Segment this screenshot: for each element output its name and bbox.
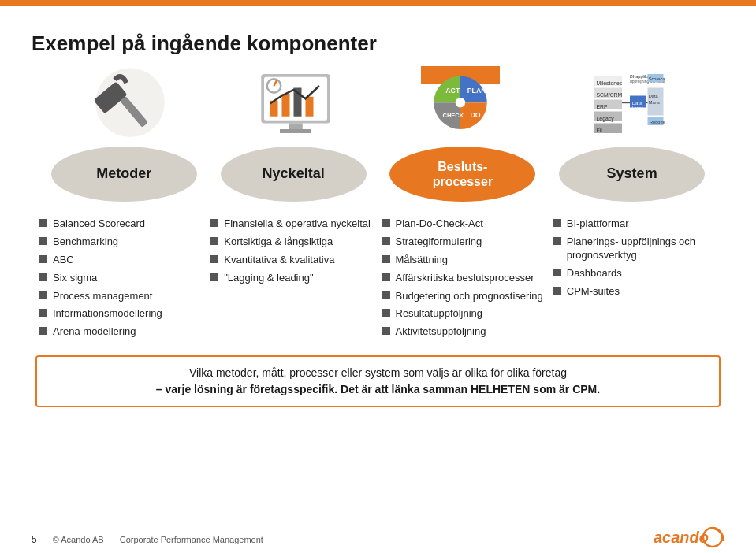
bullet-icon <box>553 269 561 276</box>
list-item: ABC <box>39 254 203 267</box>
svg-text:ACT: ACT <box>446 87 461 95</box>
pdca-icon: ACT PLAN CHECK DO <box>421 72 500 135</box>
svg-rect-8 <box>281 94 289 117</box>
bullet-text: Strategiformulering <box>396 236 482 249</box>
list-item: Strategiformulering <box>382 236 546 249</box>
bullet-text: Process management <box>53 290 152 303</box>
list-item: CPM-suites <box>553 285 717 299</box>
logo-area: acando <box>654 525 724 554</box>
list-item: Kvantitativa & kvalitativa <box>210 254 374 267</box>
svg-text:Lager: Lager <box>632 106 643 110</box>
svg-rect-10 <box>305 97 313 117</box>
icon-nyckeltal <box>213 72 378 135</box>
list-item: BI-plattformar <box>553 217 717 231</box>
list-item: Affärskritiska beslutsprocesser <box>382 272 546 285</box>
bullet-icon <box>210 255 218 263</box>
bullet-text: Affärskritiska beslutsprocesser <box>396 272 534 285</box>
bullet-icon <box>553 237 561 245</box>
list-item: Dashboards <box>553 267 717 280</box>
bullet-text: Planerings- uppföljnings och prognosverk… <box>567 236 717 262</box>
bullet-icon <box>39 273 47 281</box>
icons-row: ACT PLAN CHECK DO <box>32 72 724 135</box>
bullet-icon <box>382 255 390 263</box>
list-item: Målsättning <box>382 254 546 267</box>
footer-subtitle: Corporate Performance Management <box>120 535 263 544</box>
svg-text:ERP: ERP <box>597 104 609 109</box>
main-content: Exempel på ingående komponenter <box>0 0 756 423</box>
svg-text:Marts: Marts <box>649 100 660 105</box>
bullet-icon <box>382 291 390 299</box>
bullet-text: Dashboards <box>567 267 622 280</box>
bullets-col-nyckeltal: Finansiella & operativa nyckeltal Kortsi… <box>207 217 378 343</box>
list-item: Aktivitetsuppföljning <box>382 325 546 339</box>
bullet-icon <box>382 237 390 245</box>
svg-text:Milestones: Milestones <box>597 80 623 86</box>
bullet-text: Resultatuppföljning <box>396 307 483 321</box>
category-metoder: Metoder <box>51 147 197 202</box>
bullet-text: BI-plattformar <box>567 217 629 231</box>
bullet-text: "Lagging & leading" <box>224 272 313 285</box>
bullet-text: Plan-Do-Check-Act <box>396 217 483 231</box>
list-item: Arena modellering <box>39 325 203 339</box>
list-item: "Lagging & leading" <box>210 272 374 285</box>
bottom-highlight-box: Vilka metoder, mått, processer eller sys… <box>35 355 721 407</box>
svg-text:Data: Data <box>649 94 659 98</box>
svg-text:Reporter: Reporter <box>650 120 665 124</box>
category-beslutsprocesser-label: Besluts-processer <box>433 159 493 189</box>
bullet-text: Balanced Scorecard <box>53 217 145 231</box>
top-bar <box>0 0 756 6</box>
hammer-icon <box>91 72 169 135</box>
bullet-icon <box>382 219 390 227</box>
bullet-icon <box>39 291 47 299</box>
category-nyckeltal-label: Nyckeltal <box>263 165 325 183</box>
bullet-text: ABC <box>53 254 74 267</box>
icon-system: Fil Legacy ERP SCM/CRM Milestones Data L… <box>543 72 709 135</box>
bullet-icon <box>39 327 47 335</box>
bottom-box-text: Vilka metoder, mått, processer eller sys… <box>53 365 703 398</box>
footer-page-number: 5 <box>32 534 37 545</box>
svg-text:Data: Data <box>632 100 643 106</box>
category-system: System <box>559 147 705 202</box>
bullet-text: Aktivitetsuppföljning <box>396 325 486 339</box>
svg-text:acando: acando <box>654 529 709 546</box>
footer-left: 5 © Acando AB Corporate Performance Mana… <box>32 534 263 545</box>
logo-text: acando <box>654 525 724 554</box>
svg-text:SCM/CRM: SCM/CRM <box>597 92 623 98</box>
bullet-icon <box>382 273 390 281</box>
bullets-col-beslutsprocesser: Plan-Do-Check-Act Strategiformulering Må… <box>378 217 549 343</box>
category-metoder-label: Metoder <box>96 165 151 183</box>
bottom-line1: Vilka metoder, mått, processer eller sys… <box>189 366 567 379</box>
categories-row: Metoder Nyckeltal Besluts-processer Syst… <box>32 147 724 202</box>
bullet-text: Kvantitativa & kvalitativa <box>224 254 334 267</box>
bullet-icon <box>210 237 218 245</box>
bullet-icon <box>553 287 561 295</box>
list-item: Kortsiktiga & långsiktiga <box>210 236 374 249</box>
footer-company: © Acando AB <box>53 535 104 544</box>
svg-text:PLAN: PLAN <box>467 87 486 95</box>
list-item: Planerings- uppföljnings och prognosverk… <box>553 236 717 262</box>
list-item: Budgetering och prognostisering <box>382 290 546 303</box>
page-title: Exempel på ingående komponenter <box>32 32 724 56</box>
svg-point-14 <box>456 98 466 108</box>
svg-text:Scorecard: Scorecard <box>649 76 665 81</box>
bullet-icon <box>39 237 47 245</box>
svg-rect-6 <box>280 129 311 133</box>
bullet-text: Målsättning <box>396 254 448 267</box>
svg-text:DO: DO <box>471 111 481 119</box>
acando-logo-svg: acando <box>654 525 724 549</box>
bullet-text: Six sigma <box>53 272 97 285</box>
list-item: Six sigma <box>39 272 203 285</box>
bullet-text: Arena modellering <box>53 325 136 339</box>
bullet-text: Finansiella & operativa nyckeltal <box>224 217 371 231</box>
category-nyckeltal: Nyckeltal <box>221 147 367 202</box>
bullet-text: CPM-suites <box>567 285 620 299</box>
icon-beslutsprocesser: ACT PLAN CHECK DO <box>378 72 544 135</box>
list-item: Balanced Scorecard <box>39 217 203 231</box>
system-icon: Fil Legacy ERP SCM/CRM Milestones Data L… <box>587 72 665 135</box>
icon-metoder <box>47 72 213 135</box>
bullet-text: Budgetering och prognostisering <box>396 290 543 303</box>
svg-text:Fil: Fil <box>597 128 603 133</box>
bullet-icon <box>39 255 47 263</box>
bullet-icon <box>382 327 390 335</box>
category-system-label: System <box>607 165 657 183</box>
